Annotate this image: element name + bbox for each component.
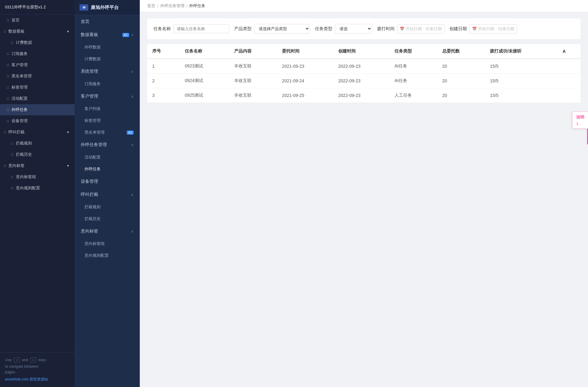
mid-nav-device[interactable]: 设备管理 — [75, 175, 140, 188]
blacklist-badge: A2 — [127, 131, 134, 135]
task-name-input[interactable] — [173, 24, 229, 33]
create-date-range[interactable]: 📅 开始日期 - 结束日期 — [469, 24, 517, 34]
note-area: 说明 1. — [572, 112, 588, 144]
content-body: 任务名称 产品类型 请选择产品类型 丰收互联 其他产品 任务类型 请选 AI — [140, 12, 588, 387]
sidebar-customer-label: 客户管理 — [11, 62, 28, 68]
sidebar-item-intent-rules[interactable]: □ 意向规则配置 — [0, 182, 75, 194]
sidebar-home-label: 首页 — [11, 17, 20, 23]
mid-sidebar: ✉ 康旭外呼平台 首页 数据看板 A1 ∨ 外呼数据 计费数据 系统管理 ∨ 订… — [75, 0, 140, 387]
table-row[interactable]: 2 0924测试 丰收互联 2021-09-24 2022-09-23 AI任务… — [147, 74, 581, 88]
mid-dashboard-label: 数据看板 — [81, 32, 98, 38]
sidebar-item-intercept[interactable]: □ 呼叫拦截 ▼ — [0, 127, 75, 138]
breadcrumb-outbound-task-mgmt[interactable]: 外呼任务管理 — [160, 3, 185, 9]
mid-nav-home[interactable]: 首页 — [75, 15, 140, 28]
home-icon: □ — [7, 18, 9, 22]
product-type-label: 产品类型 — [234, 26, 252, 32]
intent-tags-chevron: ∨ — [131, 229, 134, 233]
sidebar-item-tag[interactable]: □ 标签管理 — [0, 82, 75, 93]
dashboard-icon: □ — [4, 29, 6, 34]
create-sep: - — [495, 26, 497, 31]
sidebar-item-device[interactable]: □ 设备管理 — [0, 115, 75, 127]
col-task-type: 任务类型 — [390, 44, 437, 59]
dial-start: 开始日期 — [406, 26, 422, 32]
mid-intercept-rule-label: 拦截规则 — [84, 204, 101, 210]
product-type-select[interactable]: 请选择产品类型 丰收互联 其他产品 — [254, 24, 310, 34]
mid-nav-intercept-rule[interactable]: 拦截规则 — [75, 201, 140, 213]
table-row[interactable]: 3 0925测试 丰收互联 2021-09-25 2022-09-23 人工任务… — [147, 88, 581, 103]
mid-nav-intercept-hist[interactable]: 拦截历史 — [75, 213, 140, 225]
note-content: 1. — [576, 121, 584, 126]
mid-tag-mgmt-label: 标签管理 — [84, 118, 101, 123]
axurehub-link[interactable]: axurehub.com 原型资源站 — [5, 377, 48, 381]
dashboard-badge: A1 — [122, 33, 129, 37]
breadcrumb-home[interactable]: 首页 — [147, 3, 155, 9]
filter-row: 任务名称 产品类型 请选择产品类型 丰收互联 其他产品 任务类型 请选 AI — [147, 18, 581, 39]
dashboard-chevron: ∨ — [131, 33, 134, 37]
dial-cal-icon: 📅 — [400, 27, 404, 31]
outbound-task-table: 序号 任务名称 产品内容 委托时间 创建时间 任务类型 总委托数 拨打成功/未接… — [147, 44, 581, 103]
sidebar-item-intercept-history[interactable]: □ 拦截历史 — [0, 149, 75, 160]
mid-nav-billing-data[interactable]: 计费数据 — [75, 53, 140, 65]
outbound-task-chevron: ∨ — [131, 143, 134, 147]
sidebar-device-label: 设备管理 — [11, 118, 28, 124]
logo-area: ✉ 康旭外呼平台 — [75, 0, 140, 15]
mid-nav-intent-group[interactable]: 意向标签组 — [75, 238, 140, 250]
mid-nav-activity-cfg[interactable]: 活动配置 — [75, 151, 140, 163]
mid-nav-subscribe[interactable]: 订阅服务 — [75, 78, 140, 90]
cell-product: 丰收互联 — [229, 59, 277, 74]
mid-nav-tag-mgmt[interactable]: 标签管理 — [75, 115, 140, 127]
mid-nav-blacklist[interactable]: 黑名单管理 A2 — [75, 127, 140, 138]
breadcrumb-sep1: / — [157, 4, 158, 8]
dashboard-arrow: ▼ — [66, 30, 70, 33]
tag-icon: □ — [7, 85, 9, 90]
sidebar-intent-group-label: 意向标签组 — [16, 174, 36, 180]
sidebar-item-billing[interactable]: □ 计费数据 — [0, 37, 75, 48]
sidebar-item-outbound[interactable]: □ 外呼任务 — [0, 104, 75, 115]
mid-nav-customer[interactable]: 客户管理 ∨ — [75, 90, 140, 103]
col-task-name: 任务名称 — [180, 44, 229, 59]
mid-subscribe-label: 订阅服务 — [84, 81, 101, 87]
intercept-icon: □ — [4, 130, 6, 134]
mid-home-label: 首页 — [81, 19, 89, 25]
mid-nav-intent-rule-cfg[interactable]: 意向规则配置 — [75, 250, 140, 261]
sidebar-item-intent-tag[interactable]: □ 意向标签 ▼ — [0, 160, 75, 171]
mid-nav-outbound-task[interactable]: 外呼任务 — [75, 163, 140, 175]
table-header-row: 序号 任务名称 产品内容 委托时间 创建时间 任务类型 总委托数 拨打成功/未接… — [147, 44, 581, 59]
sidebar-item-blacklist[interactable]: □ 黑名单管理 — [0, 71, 75, 82]
breadcrumb: 首页 / 外呼任务管理 / 外呼任务 — [140, 0, 588, 12]
sidebar-item-subscribe[interactable]: □ 订阅服务 — [0, 48, 75, 59]
mid-nav-outbound-task-mgmt[interactable]: 外呼任务管理 ∨ — [75, 138, 140, 151]
mid-nav-dashboard[interactable]: 数据看板 A1 ∨ — [75, 28, 140, 41]
sidebar-item-intercept-rules[interactable]: □ 拦截规则 — [0, 138, 75, 149]
dial-date-range[interactable]: 📅 开始日期 - 结束日期 — [397, 24, 444, 34]
task-type-select[interactable]: 请选 AI任务 人工任务 — [335, 24, 372, 34]
sidebar-history-label: 拦截历史 — [16, 152, 32, 157]
outbound-icon: □ — [7, 108, 9, 112]
col-create-time: 创建时间 — [333, 44, 390, 59]
sidebar-dashboard-label: 数据看板 — [8, 29, 25, 34]
sidebar-item-home[interactable]: □ 首页 — [0, 15, 75, 26]
mid-nav-intent-tags[interactable]: 意向标签 ∨ — [75, 225, 140, 238]
mid-nav-outbound-data[interactable]: 外呼数据 — [75, 41, 140, 53]
intent-arrow: ▼ — [66, 164, 70, 168]
cell-a — [558, 88, 581, 103]
mid-nav-sys[interactable]: 系统管理 ∨ — [75, 65, 140, 78]
key-bracket-right: > — [30, 357, 36, 362]
sidebar-intercept-label: 呼叫拦截 — [8, 129, 25, 135]
create-date-label: 创建日期 — [449, 26, 467, 32]
cell-success-missed: 15/5 — [485, 59, 558, 74]
dial-sep: - — [423, 26, 424, 31]
sidebar-item-customer[interactable]: □ 客户管理 — [0, 59, 75, 71]
cell-entrust-time: 2021-09-24 — [277, 74, 333, 88]
sidebar-billing-label: 计费数据 — [16, 40, 32, 45]
mid-nav-customer-list[interactable]: 客户列表 — [75, 103, 140, 115]
sidebar-item-intent-group[interactable]: □ 意向标签组 — [0, 171, 75, 182]
cell-total: 20 — [437, 59, 485, 74]
mid-nav-call-intercept[interactable]: 呼叫拦截 ∨ — [75, 188, 140, 201]
sidebar-item-dashboard[interactable]: □ 数据看板 ▼ — [0, 26, 75, 37]
sidebar-item-activity[interactable]: □ 活动配置 — [0, 93, 75, 104]
cell-id: 3 — [147, 88, 180, 103]
sidebar-intent-label: 意向标签 — [8, 163, 25, 168]
intercept-chevron: ∨ — [131, 193, 134, 197]
table-row[interactable]: 1 0923测试 丰收互联 2021-09-23 2022-09-23 AI任务… — [147, 59, 581, 74]
